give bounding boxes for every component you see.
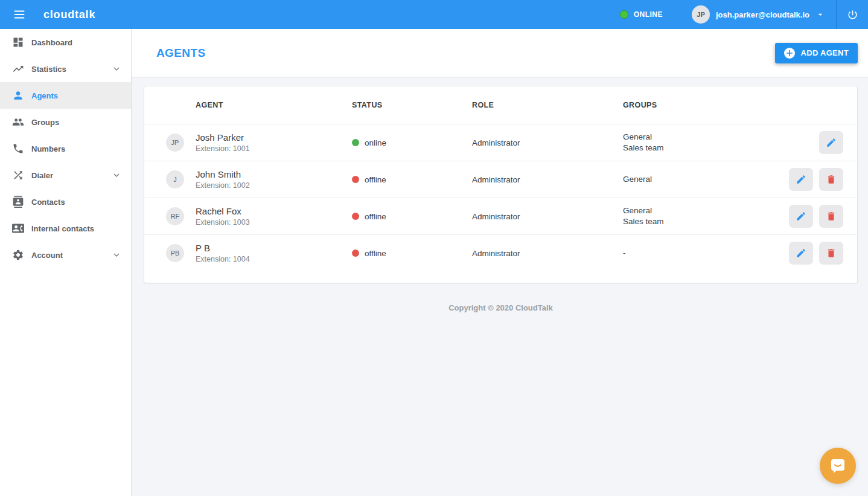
- pencil-icon: [796, 211, 806, 222]
- user-email: josh.parker@cloudtalk.io: [716, 10, 809, 19]
- sidebar-item-label: Account: [31, 251, 63, 260]
- avatar: RF: [166, 207, 184, 225]
- caret-down-icon: [815, 10, 825, 19]
- sidebar-item-label: Dashboard: [31, 38, 72, 47]
- sidebar-item-agents[interactable]: Agents: [0, 82, 131, 109]
- sidebar-item-account[interactable]: Account: [0, 242, 131, 268]
- column-header-status: STATUS: [352, 101, 472, 109]
- chevron-down-icon: [112, 64, 121, 74]
- status-dot: [352, 250, 359, 257]
- sidebar-item-dashboard[interactable]: Dashboard: [0, 29, 131, 56]
- column-header-agent: AGENT: [196, 101, 352, 109]
- agent-name: Josh Parker: [196, 132, 352, 143]
- column-header-groups: GROUPS: [623, 101, 789, 109]
- statistics-icon: [12, 63, 24, 75]
- logout-button[interactable]: [837, 0, 868, 29]
- agent-extension: Extension: 1004: [196, 255, 352, 263]
- avatar: JP: [166, 134, 184, 152]
- agent-extension: Extension: 1002: [196, 181, 352, 190]
- agents-icon: [12, 89, 24, 101]
- online-status-label: ONLINE: [634, 10, 663, 19]
- status-label: offline: [365, 175, 386, 184]
- agent-name: John Smith: [196, 169, 352, 179]
- plus-icon: [784, 48, 795, 59]
- menu-icon[interactable]: [10, 5, 29, 24]
- table-row: JP Josh Parker Extension: 1001 online Ad…: [144, 124, 857, 161]
- agent-role: Administrator: [472, 249, 623, 258]
- pencil-icon: [796, 248, 806, 259]
- sidebar-item-internal-contacts[interactable]: Internal contacts: [0, 215, 131, 242]
- account-icon: [12, 249, 24, 261]
- status-label: online: [365, 138, 386, 147]
- page-title: AGENTS: [156, 47, 206, 60]
- table-row: PB P B Extension: 1004 offline Administr…: [144, 234, 857, 271]
- add-agent-button[interactable]: ADD AGENT: [775, 43, 858, 63]
- power-icon: [847, 9, 858, 21]
- avatar: PB: [166, 244, 184, 262]
- table-row: J John Smith Extension: 1002 offline Adm…: [144, 161, 857, 198]
- sidebar-item-label: Contacts: [31, 198, 65, 207]
- avatar: JP: [692, 5, 710, 24]
- status-dot: [352, 139, 359, 146]
- agent-role: Administrator: [472, 175, 623, 184]
- copyright-text: Copyright © 2020 CloudTalk: [144, 303, 858, 312]
- brand-logo: cloudtalk: [43, 8, 95, 21]
- sidebar-item-statistics[interactable]: Statistics: [0, 56, 131, 82]
- edit-agent-button[interactable]: [789, 242, 813, 265]
- agent-groups: General Sales team: [623, 132, 789, 153]
- sidebar-item-label: Agents: [31, 91, 58, 100]
- edit-agent-button[interactable]: [819, 131, 843, 154]
- trash-icon: [826, 248, 837, 259]
- edit-agent-button[interactable]: [789, 205, 813, 228]
- pencil-icon: [796, 174, 806, 185]
- trash-icon: [826, 174, 837, 185]
- sidebar-item-label: Internal contacts: [31, 224, 94, 233]
- sidebar: Dashboard Statistics Agents Groups Numbe…: [0, 29, 132, 496]
- page-header: AGENTS ADD AGENT: [132, 29, 868, 77]
- sidebar-item-groups[interactable]: Groups: [0, 109, 131, 135]
- chat-bubble-icon: [829, 457, 846, 474]
- numbers-icon: [12, 143, 24, 155]
- table-row: RF Rachel Fox Extension: 1003 offline Ad…: [144, 198, 857, 234]
- topbar: cloudtalk ONLINE JP josh.parker@cloudtal…: [0, 0, 868, 29]
- delete-agent-button[interactable]: [819, 242, 843, 265]
- sidebar-item-numbers[interactable]: Numbers: [0, 135, 131, 162]
- status-label: offline: [365, 212, 386, 221]
- groups-icon: [12, 116, 24, 128]
- trash-icon: [826, 211, 837, 222]
- column-header-role: ROLE: [472, 101, 623, 109]
- dialer-icon: [12, 169, 24, 181]
- online-status-dot: [620, 10, 628, 19]
- agent-status-indicator[interactable]: ONLINE: [620, 10, 663, 19]
- user-menu[interactable]: JP josh.parker@cloudtalk.io: [692, 5, 825, 24]
- sidebar-item-contacts[interactable]: Contacts: [0, 188, 131, 215]
- agent-extension: Extension: 1003: [196, 218, 352, 227]
- status-dot: [352, 176, 359, 183]
- sidebar-item-label: Groups: [31, 118, 59, 127]
- status-label: offline: [365, 249, 386, 258]
- edit-agent-button[interactable]: [789, 168, 813, 191]
- agent-groups: General Sales team: [623, 205, 789, 227]
- agents-table: AGENT STATUS ROLE GROUPS JP Josh Parker …: [144, 86, 858, 283]
- avatar: J: [166, 170, 184, 188]
- agent-name: Rachel Fox: [196, 206, 352, 216]
- dashboard-icon: [12, 36, 24, 48]
- contacts-icon: [12, 196, 24, 208]
- delete-agent-button[interactable]: [819, 205, 843, 228]
- delete-agent-button[interactable]: [819, 168, 843, 191]
- agent-groups: General: [623, 174, 789, 185]
- sidebar-item-label: Numbers: [31, 144, 65, 153]
- chat-widget-button[interactable]: [820, 448, 856, 484]
- agent-extension: Extension: 1001: [196, 144, 352, 153]
- add-agent-button-label: ADD AGENT: [801, 48, 849, 57]
- sidebar-item-dialer[interactable]: Dialer: [0, 162, 131, 188]
- status-dot: [352, 213, 359, 220]
- agent-name: P B: [196, 243, 352, 253]
- table-header-row: AGENT STATUS ROLE GROUPS: [144, 86, 857, 124]
- pencil-icon: [826, 137, 837, 148]
- sidebar-item-label: Dialer: [31, 171, 53, 180]
- agent-role: Administrator: [472, 212, 623, 221]
- sidebar-item-label: Statistics: [31, 65, 66, 74]
- agent-groups: -: [623, 248, 789, 259]
- chevron-down-icon: [112, 170, 121, 180]
